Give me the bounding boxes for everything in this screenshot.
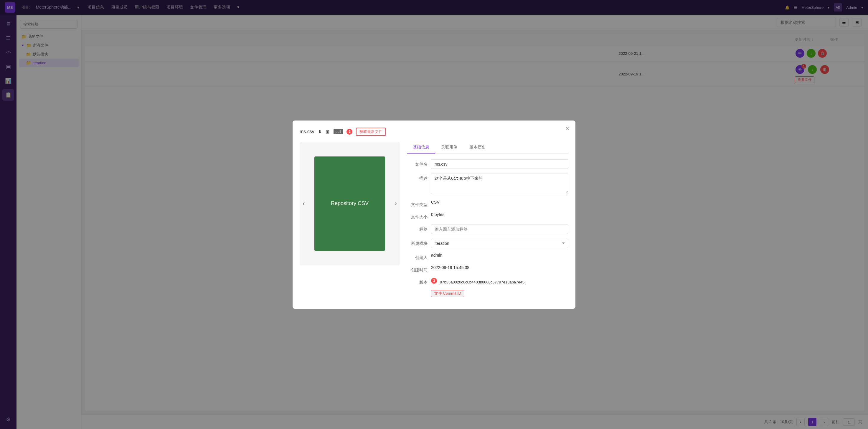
desc-textarea[interactable]: 这个是从GitHub拉下来的 xyxy=(431,174,568,194)
modal-body: ‹ Repository CSV › 基础信息 关联用例 版本历史 xyxy=(300,142,568,302)
file-type-field: CSV xyxy=(431,200,568,205)
file-type-value: CSV xyxy=(431,197,440,205)
modal-preview-area: ‹ Repository CSV › xyxy=(300,142,400,302)
modal-close-btn[interactable]: ✕ xyxy=(565,125,569,132)
modal-badge: 2 xyxy=(346,129,352,135)
modal-form-area: 基础信息 关联用例 版本历史 文件名 描述 这个是从G xyxy=(407,142,568,302)
tab-version-history[interactable]: 版本历史 xyxy=(463,142,492,154)
tag-label: 标签 xyxy=(407,224,428,232)
modal-filename: ms.csv xyxy=(300,129,314,134)
form-row-version: 版本 3 97b35a0020c0c6b4403b8008c67797e13ab… xyxy=(407,278,568,285)
preview-next-btn[interactable]: › xyxy=(395,200,397,208)
form-row-commit-id: 文件 Commit ID xyxy=(407,290,568,297)
file-preview: ‹ Repository CSV › xyxy=(300,142,400,266)
file-size-field: 0 bytes xyxy=(431,212,568,217)
preview-prev-btn[interactable]: ‹ xyxy=(303,200,305,208)
form-row-filetype: 文件类型 CSV xyxy=(407,200,568,208)
creator-field: admin xyxy=(431,253,568,257)
preview-label: Repository CSV xyxy=(331,201,369,207)
module-select[interactable]: iteration xyxy=(431,239,568,248)
tag-input[interactable] xyxy=(431,224,568,234)
file-name-field xyxy=(431,159,568,169)
creator-value: admin xyxy=(431,250,442,257)
form-row-filesize: 文件大小 0 bytes xyxy=(407,212,568,220)
tab-basic-info[interactable]: 基础信息 xyxy=(407,142,435,154)
create-time-field: 2022-09-19 15:45:38 xyxy=(431,265,568,270)
file-name-input[interactable] xyxy=(431,159,568,169)
modal-header: ms.csv ⬇ 🗑 pull 2 获取最新文件 ✕ xyxy=(300,128,568,136)
get-latest-btn[interactable]: 获取最新文件 xyxy=(356,128,386,136)
version-hash: 97b35a0020c0c6b4403b8008c67797e13aba7e45 xyxy=(440,278,524,284)
creator-label: 创建人 xyxy=(407,253,428,261)
download-icon[interactable]: ⬇ xyxy=(318,129,322,134)
desc-field: 这个是从GitHub拉下来的 xyxy=(431,174,568,195)
form-row-module: 所属模块 iteration xyxy=(407,239,568,248)
file-type-label: 文件类型 xyxy=(407,200,428,208)
tag-field xyxy=(431,224,568,234)
tab-related-cases[interactable]: 关联用例 xyxy=(435,142,463,154)
commit-id-btn[interactable]: 文件 Commit ID xyxy=(431,290,464,297)
module-field: iteration xyxy=(431,239,568,248)
delete-icon[interactable]: 🗑 xyxy=(325,129,330,134)
modal-tabs: 基础信息 关联用例 版本历史 xyxy=(407,142,568,154)
form-row-tag: 标签 xyxy=(407,224,568,234)
form-row-creator: 创建人 admin xyxy=(407,253,568,261)
module-label: 所属模块 xyxy=(407,239,428,246)
pull-tag: pull xyxy=(334,129,343,134)
version-badge: 3 xyxy=(431,278,437,284)
version-field: 3 97b35a0020c0c6b4403b8008c67797e13aba7e… xyxy=(431,278,568,284)
desc-label: 描述 xyxy=(407,174,428,181)
basic-info-form: 文件名 描述 这个是从GitHub拉下来的 文件类型 xyxy=(407,154,568,297)
form-row-desc: 描述 这个是从GitHub拉下来的 xyxy=(407,174,568,195)
modal-overlay[interactable]: ms.csv ⬇ 🗑 pull 2 获取最新文件 ✕ ‹ Repository … xyxy=(0,0,868,429)
file-detail-modal: ms.csv ⬇ 🗑 pull 2 获取最新文件 ✕ ‹ Repository … xyxy=(292,121,576,309)
file-name-label: 文件名 xyxy=(407,159,428,167)
commit-id-field: 文件 Commit ID xyxy=(431,290,568,297)
create-time-value: 2022-09-19 15:45:38 xyxy=(431,263,469,270)
preview-card: Repository CSV xyxy=(314,156,385,251)
version-label: 版本 xyxy=(407,278,428,285)
file-size-label: 文件大小 xyxy=(407,212,428,220)
create-time-label: 创建时间 xyxy=(407,265,428,273)
form-row-create-time: 创建时间 2022-09-19 15:45:38 xyxy=(407,265,568,273)
file-size-value: 0 bytes xyxy=(431,210,444,217)
form-row-filename: 文件名 xyxy=(407,159,568,169)
